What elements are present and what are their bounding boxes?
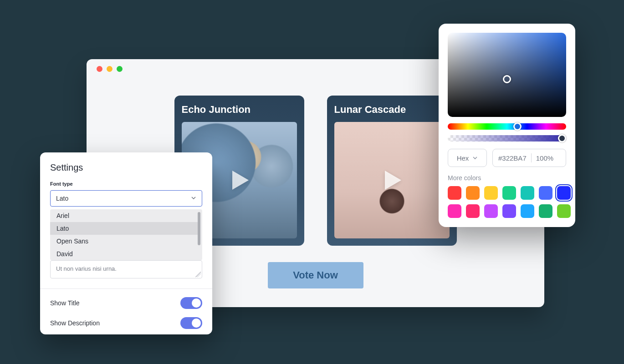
chevron-down-icon <box>472 155 478 161</box>
swatch-11[interactable] <box>521 204 534 218</box>
swatch-1[interactable] <box>466 186 480 200</box>
color-format-label: Hex <box>457 154 469 162</box>
resize-handle-icon[interactable] <box>195 272 201 277</box>
hue-knob[interactable] <box>513 122 522 131</box>
play-icon[interactable] <box>374 162 409 198</box>
video-card-title: Lunar Cascade <box>334 104 450 116</box>
settings-panel: Settings Font type Lato Ariel Lato Open … <box>40 152 212 334</box>
alpha-value: 100% <box>536 154 553 162</box>
show-description-label: Show Description <box>50 319 100 327</box>
sv-cursor[interactable] <box>503 75 511 83</box>
show-description-toggle[interactable] <box>180 317 202 329</box>
color-format-select[interactable]: Hex <box>448 149 487 167</box>
font-option-lato[interactable]: Lato <box>50 222 199 235</box>
swatch-9[interactable] <box>484 204 498 218</box>
font-option-ariel[interactable]: Ariel <box>50 209 199 222</box>
description-value: Ut non varius nisi urna. <box>56 265 117 272</box>
swatch-8[interactable] <box>466 204 480 218</box>
hex-value: #322BA7 <box>498 154 527 162</box>
swatch-3[interactable] <box>502 186 516 200</box>
swatch-2[interactable] <box>484 186 498 200</box>
hue-slider[interactable] <box>448 123 566 130</box>
font-type-selected: Lato <box>56 195 68 202</box>
settings-heading: Settings <box>50 162 202 173</box>
separator <box>531 153 532 162</box>
svg-marker-0 <box>232 171 249 190</box>
swatch-13[interactable] <box>557 204 571 218</box>
swatch-0[interactable] <box>448 186 461 200</box>
show-title-toggle[interactable] <box>180 297 202 309</box>
more-colors-label: More colors <box>448 174 566 182</box>
font-option-open-sans[interactable]: Open Sans <box>50 235 199 248</box>
alpha-slider[interactable] <box>448 135 566 142</box>
play-icon[interactable] <box>221 162 257 198</box>
dropdown-scrollbar[interactable] <box>198 212 200 245</box>
show-title-row: Show Title <box>50 289 202 317</box>
color-picker-panel: Hex #322BA7 100% More colors <box>439 24 575 227</box>
saturation-value-picker[interactable] <box>448 33 566 117</box>
svg-marker-1 <box>385 171 401 190</box>
font-type-select[interactable]: Lato <box>50 190 202 207</box>
swatch-10[interactable] <box>502 204 516 218</box>
traffic-close-icon[interactable] <box>97 66 102 72</box>
alpha-knob[interactable] <box>558 134 566 142</box>
swatch-12[interactable] <box>539 204 552 218</box>
traffic-maximize-icon[interactable] <box>117 66 123 72</box>
swatch-6[interactable] <box>557 186 571 200</box>
hex-input[interactable]: #322BA7 100% <box>492 149 566 167</box>
swatch-grid <box>448 186 566 218</box>
video-thumbnail[interactable] <box>334 122 450 238</box>
show-description-row: Show Description <box>50 317 202 337</box>
swatch-5[interactable] <box>539 186 552 200</box>
video-card-title: Echo Junction <box>182 104 297 116</box>
font-type-dropdown: Ariel Lato Open Sans David <box>50 209 202 260</box>
show-title-label: Show Title <box>50 299 80 307</box>
vote-now-button[interactable]: Vote Now <box>268 262 363 288</box>
font-option-david[interactable]: David <box>50 248 199 260</box>
description-textarea[interactable]: Ut non varius nisi urna. <box>50 260 202 278</box>
hex-row: Hex #322BA7 100% <box>448 149 566 167</box>
swatch-7[interactable] <box>448 204 461 218</box>
font-type-label: Font type <box>50 181 202 187</box>
traffic-minimize-icon[interactable] <box>107 66 113 72</box>
chevron-down-icon <box>191 195 196 202</box>
video-card-2[interactable]: Lunar Cascade <box>327 96 457 246</box>
swatch-4[interactable] <box>521 186 534 200</box>
